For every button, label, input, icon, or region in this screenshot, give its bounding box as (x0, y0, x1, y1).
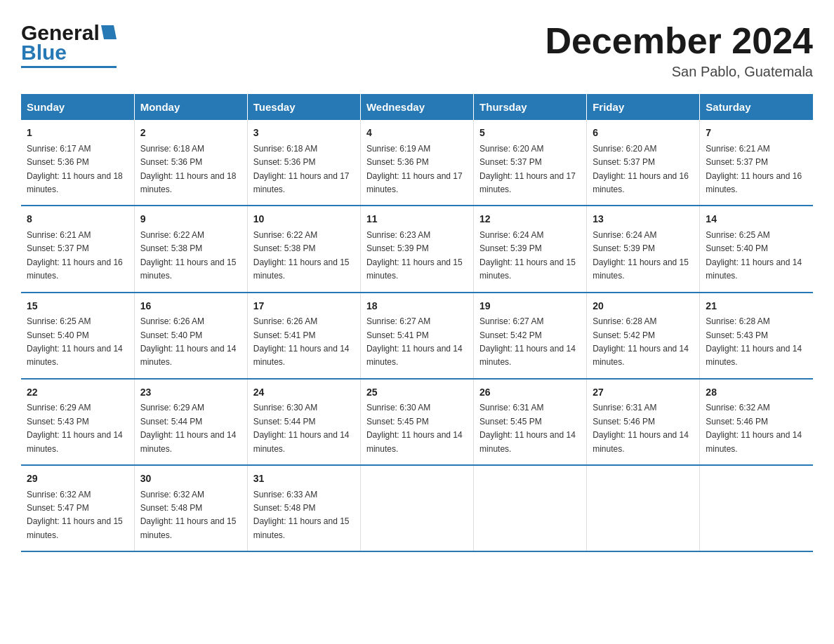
day-number: 13 (593, 212, 694, 227)
day-info: Sunrise: 6:21 AMSunset: 5:37 PMDaylight:… (706, 144, 802, 194)
day-info: Sunrise: 6:27 AMSunset: 5:41 PMDaylight:… (366, 316, 463, 367)
day-number: 12 (479, 212, 581, 227)
header-tuesday: Tuesday (247, 94, 360, 120)
day-number: 29 (27, 471, 128, 487)
calendar-cell: 10 Sunrise: 6:22 AMSunset: 5:38 PMDaylig… (247, 206, 360, 292)
day-info: Sunrise: 6:28 AMSunset: 5:43 PMDaylight:… (706, 316, 802, 367)
day-info: Sunrise: 6:26 AMSunset: 5:41 PMDaylight:… (253, 316, 350, 367)
day-number: 15 (27, 299, 128, 314)
logo-blue: Blue (21, 41, 67, 64)
calendar-cell: 17 Sunrise: 6:26 AMSunset: 5:41 PMDaylig… (247, 293, 360, 379)
day-number: 9 (140, 212, 241, 227)
calendar-cell: 1 Sunrise: 6:17 AMSunset: 5:36 PMDayligh… (21, 120, 134, 206)
day-info: Sunrise: 6:32 AMSunset: 5:47 PMDaylight:… (27, 490, 123, 540)
calendar-cell: 9 Sunrise: 6:22 AMSunset: 5:38 PMDayligh… (134, 206, 247, 292)
calendar-cell: 23 Sunrise: 6:29 AMSunset: 5:44 PMDaylig… (134, 379, 247, 465)
header-monday: Monday (134, 94, 247, 120)
header-thursday: Thursday (474, 94, 587, 120)
logo: General Blue (21, 21, 117, 68)
day-number: 23 (140, 385, 241, 401)
day-number: 27 (593, 385, 694, 401)
day-number: 26 (479, 385, 581, 401)
day-info: Sunrise: 6:32 AMSunset: 5:46 PMDaylight:… (706, 403, 802, 453)
day-number: 24 (253, 385, 355, 401)
logo-arrow-icon (101, 25, 117, 39)
calendar-cell: 15 Sunrise: 6:25 AMSunset: 5:40 PMDaylig… (21, 293, 134, 379)
header-wednesday: Wednesday (360, 94, 473, 120)
svg-marker-0 (101, 25, 117, 39)
calendar-table: SundayMondayTuesdayWednesdayThursdayFrid… (21, 94, 813, 552)
calendar-cell: 3 Sunrise: 6:18 AMSunset: 5:36 PMDayligh… (247, 120, 360, 206)
calendar-cell: 29 Sunrise: 6:32 AMSunset: 5:47 PMDaylig… (21, 465, 134, 551)
day-number: 17 (253, 299, 355, 314)
calendar-cell: 28 Sunrise: 6:32 AMSunset: 5:46 PMDaylig… (700, 379, 813, 465)
day-info: Sunrise: 6:31 AMSunset: 5:46 PMDaylight:… (593, 403, 689, 453)
calendar-cell: 22 Sunrise: 6:29 AMSunset: 5:43 PMDaylig… (21, 379, 134, 465)
day-info: Sunrise: 6:19 AMSunset: 5:36 PMDaylight:… (366, 144, 463, 194)
day-number: 8 (27, 212, 128, 227)
day-number: 21 (706, 299, 807, 314)
day-info: Sunrise: 6:26 AMSunset: 5:40 PMDaylight:… (140, 316, 237, 367)
calendar-cell: 16 Sunrise: 6:26 AMSunset: 5:40 PMDaylig… (134, 293, 247, 379)
day-number: 20 (593, 299, 694, 314)
calendar-cell: 18 Sunrise: 6:27 AMSunset: 5:41 PMDaylig… (360, 293, 473, 379)
day-info: Sunrise: 6:21 AMSunset: 5:37 PMDaylight:… (27, 230, 123, 281)
calendar-cell: 26 Sunrise: 6:31 AMSunset: 5:45 PMDaylig… (474, 379, 587, 465)
day-info: Sunrise: 6:17 AMSunset: 5:36 PMDaylight:… (27, 144, 123, 194)
calendar-cell: 25 Sunrise: 6:30 AMSunset: 5:45 PMDaylig… (360, 379, 473, 465)
calendar-cell: 4 Sunrise: 6:19 AMSunset: 5:36 PMDayligh… (360, 120, 473, 206)
calendar-cell: 5 Sunrise: 6:20 AMSunset: 5:37 PMDayligh… (474, 120, 587, 206)
day-info: Sunrise: 6:28 AMSunset: 5:42 PMDaylight:… (593, 316, 689, 367)
day-number: 6 (593, 126, 694, 141)
day-info: Sunrise: 6:20 AMSunset: 5:37 PMDaylight:… (479, 144, 576, 194)
day-number: 25 (366, 385, 468, 401)
calendar-cell: 7 Sunrise: 6:21 AMSunset: 5:37 PMDayligh… (700, 120, 813, 206)
header-saturday: Saturday (700, 94, 813, 120)
calendar-cell: 11 Sunrise: 6:23 AMSunset: 5:39 PMDaylig… (360, 206, 473, 292)
title-block: December 2024 San Pablo, Guatemala (545, 21, 813, 80)
day-info: Sunrise: 6:24 AMSunset: 5:39 PMDaylight:… (479, 230, 576, 281)
day-number: 31 (253, 471, 355, 487)
calendar-cell: 20 Sunrise: 6:28 AMSunset: 5:42 PMDaylig… (587, 293, 700, 379)
day-info: Sunrise: 6:33 AMSunset: 5:48 PMDaylight:… (253, 490, 350, 540)
page-header: General Blue December 2024 San Pablo, Gu… (21, 21, 813, 80)
day-info: Sunrise: 6:29 AMSunset: 5:43 PMDaylight:… (27, 403, 123, 453)
calendar-cell: 19 Sunrise: 6:27 AMSunset: 5:42 PMDaylig… (474, 293, 587, 379)
day-number: 30 (140, 471, 241, 487)
day-info: Sunrise: 6:30 AMSunset: 5:44 PMDaylight:… (253, 403, 350, 453)
logo-underline (21, 66, 117, 68)
calendar-cell: 21 Sunrise: 6:28 AMSunset: 5:43 PMDaylig… (700, 293, 813, 379)
day-info: Sunrise: 6:22 AMSunset: 5:38 PMDaylight:… (253, 230, 350, 281)
calendar-cell: 13 Sunrise: 6:24 AMSunset: 5:39 PMDaylig… (587, 206, 700, 292)
header-row: SundayMondayTuesdayWednesdayThursdayFrid… (21, 94, 813, 120)
calendar-cell: 8 Sunrise: 6:21 AMSunset: 5:37 PMDayligh… (21, 206, 134, 292)
header-friday: Friday (587, 94, 700, 120)
day-info: Sunrise: 6:25 AMSunset: 5:40 PMDaylight:… (706, 230, 802, 281)
day-number: 18 (366, 299, 468, 314)
week-row-1: 1 Sunrise: 6:17 AMSunset: 5:36 PMDayligh… (21, 120, 813, 206)
day-info: Sunrise: 6:23 AMSunset: 5:39 PMDaylight:… (366, 230, 463, 281)
day-info: Sunrise: 6:30 AMSunset: 5:45 PMDaylight:… (366, 403, 463, 453)
day-info: Sunrise: 6:32 AMSunset: 5:48 PMDaylight:… (140, 490, 237, 540)
calendar-cell: 14 Sunrise: 6:25 AMSunset: 5:40 PMDaylig… (700, 206, 813, 292)
month-title: December 2024 (545, 21, 813, 61)
week-row-4: 22 Sunrise: 6:29 AMSunset: 5:43 PMDaylig… (21, 379, 813, 465)
calendar-cell (360, 465, 473, 551)
day-number: 16 (140, 299, 241, 314)
day-info: Sunrise: 6:31 AMSunset: 5:45 PMDaylight:… (479, 403, 576, 453)
day-info: Sunrise: 6:27 AMSunset: 5:42 PMDaylight:… (479, 316, 576, 367)
day-number: 28 (706, 385, 807, 401)
calendar-cell: 12 Sunrise: 6:24 AMSunset: 5:39 PMDaylig… (474, 206, 587, 292)
day-number: 7 (706, 126, 807, 141)
day-number: 22 (27, 385, 128, 401)
day-info: Sunrise: 6:22 AMSunset: 5:38 PMDaylight:… (140, 230, 237, 281)
week-row-5: 29 Sunrise: 6:32 AMSunset: 5:47 PMDaylig… (21, 465, 813, 551)
day-number: 1 (27, 126, 128, 141)
calendar-cell: 30 Sunrise: 6:32 AMSunset: 5:48 PMDaylig… (134, 465, 247, 551)
day-info: Sunrise: 6:25 AMSunset: 5:40 PMDaylight:… (27, 316, 123, 367)
week-row-2: 8 Sunrise: 6:21 AMSunset: 5:37 PMDayligh… (21, 206, 813, 292)
day-number: 3 (253, 126, 355, 141)
header-sunday: Sunday (21, 94, 134, 120)
day-number: 19 (479, 299, 581, 314)
calendar-cell: 31 Sunrise: 6:33 AMSunset: 5:48 PMDaylig… (247, 465, 360, 551)
